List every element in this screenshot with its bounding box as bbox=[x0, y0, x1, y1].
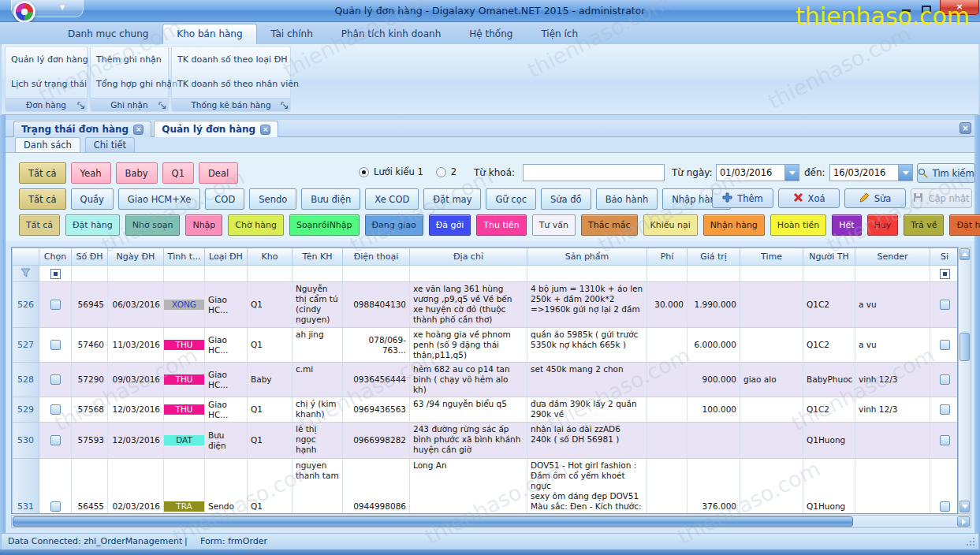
type-filter-button-10[interactable]: Bảo hành bbox=[596, 188, 658, 210]
cell-gia_tri[interactable]: 6.000.000 bbox=[687, 328, 740, 363]
action-button-3[interactable]: Cập nhật bbox=[911, 188, 972, 208]
cell-status[interactable]: THU bbox=[164, 363, 205, 397]
cell-ten_kh[interactable]: lê thị ngọc hạnh bbox=[293, 423, 343, 459]
cell-nguoi_th[interactable]: Q1C2 bbox=[803, 328, 855, 363]
filter-cell-ngay_dh[interactable] bbox=[108, 266, 164, 282]
column-header-kho[interactable]: Kho bbox=[248, 248, 293, 266]
column-header-tinh_trang[interactable]: Tình t... bbox=[164, 248, 205, 266]
tab-danh-sach[interactable]: Danh sách bbox=[15, 137, 80, 152]
group-launcher-icon[interactable] bbox=[77, 102, 85, 110]
type-filter-button-7[interactable]: Đặt may bbox=[423, 188, 481, 210]
row-indicator[interactable]: 530 bbox=[13, 423, 39, 459]
cell-kho[interactable]: Q1 bbox=[248, 328, 293, 363]
column-header-san_pham[interactable]: Sản phẩm bbox=[527, 248, 647, 266]
brand-filter-button-4[interactable]: Deal bbox=[199, 162, 238, 184]
filter-cell-nguoi_th[interactable] bbox=[803, 266, 855, 282]
cell-si[interactable] bbox=[930, 282, 959, 328]
cell-status[interactable]: TRA bbox=[164, 459, 205, 515]
cell-nguoi_th[interactable]: Q1Huong bbox=[803, 423, 855, 459]
column-header-chon[interactable]: Chọn bbox=[39, 248, 72, 266]
ribbon-item-lich-su-trang-thai[interactable]: Lịch sử trạng thái bbox=[6, 79, 87, 90]
tab-trang-thai-don-hang[interactable]: Trạng thái đơn hàng × bbox=[13, 121, 151, 137]
minimize-button[interactable] bbox=[902, 9, 911, 12]
cell-gia_tri[interactable]: 376.000 bbox=[687, 459, 740, 515]
scroll-right-icon[interactable] bbox=[957, 516, 970, 527]
cell-chon[interactable] bbox=[39, 363, 72, 397]
cell-san_pham[interactable]: 4 bộ jum = 1310k + áo len 250k + đầm 200… bbox=[527, 282, 647, 328]
type-filter-button-1[interactable]: Quầy bbox=[71, 188, 114, 210]
cell-dia_chi[interactable]: xe văn lang 361 hùng vương ,p9,q5 về Về … bbox=[410, 282, 527, 328]
column-header-time[interactable]: Time bbox=[740, 248, 803, 266]
cell-so_dh[interactable]: 57290 bbox=[72, 363, 108, 397]
column-header-ten_kh[interactable]: Tên KH bbox=[293, 248, 343, 266]
keyword-input[interactable] bbox=[523, 164, 665, 181]
filter-checkbox[interactable] bbox=[940, 269, 950, 279]
type-filter-button-5[interactable]: Bưu điện bbox=[301, 188, 360, 210]
cell-dia_chi[interactable]: Long An bbox=[410, 459, 527, 515]
brand-filter-button-0[interactable]: Tất cả bbox=[19, 162, 66, 184]
column-header-gia_tri[interactable]: Giá trị bbox=[687, 248, 740, 266]
cell-ngay_dh[interactable]: 09/03/2016 bbox=[108, 363, 164, 397]
cell-san_pham[interactable]: quần áo 5985k ( gứi trước 5350k nợ khách… bbox=[527, 328, 647, 363]
status-filter-button-6[interactable]: Đang giao bbox=[365, 214, 423, 236]
cell-chon[interactable] bbox=[39, 459, 72, 515]
cell-time[interactable]: giao alo bbox=[740, 363, 803, 397]
brand-filter-button-3[interactable]: Q1 bbox=[162, 162, 194, 184]
cell-so_dh[interactable]: 57568 bbox=[72, 397, 108, 423]
row-select-checkbox[interactable] bbox=[50, 300, 61, 310]
cell-dien_thoai[interactable]: 0966998282 bbox=[343, 423, 410, 459]
chevron-down-icon[interactable] bbox=[898, 165, 912, 181]
row-select-checkbox[interactable] bbox=[50, 374, 61, 385]
ribbon-item-them-ghi-nhan[interactable]: Thêm ghi nhận bbox=[91, 54, 168, 65]
cell-loai_dh[interactable]: Giao HC... bbox=[205, 282, 248, 328]
filter-cell-phi[interactable] bbox=[647, 266, 687, 282]
ribbon-tab-2[interactable]: Tài chính bbox=[257, 24, 327, 44]
ribbon-tab-0[interactable]: Danh mục chung bbox=[54, 24, 162, 44]
ribbon-item-tk-nhan-vien[interactable]: TK doanh số theo nhân viên bbox=[172, 79, 290, 90]
filter-cell-loai_dh[interactable] bbox=[205, 266, 248, 282]
status-filter-button-11[interactable]: Khiếu nại bbox=[643, 214, 698, 236]
cell-phi[interactable] bbox=[647, 363, 687, 397]
row-indicator[interactable]: 529 bbox=[13, 397, 39, 423]
chevron-down-icon[interactable] bbox=[784, 165, 799, 181]
row-indicator[interactable]: 526 bbox=[13, 282, 39, 328]
tab-close-icon[interactable]: × bbox=[260, 125, 270, 135]
cell-san_pham[interactable]: DOV51 - Hot girl fashion : Đầm ôm cổ yếm… bbox=[527, 459, 647, 515]
scroll-down-icon[interactable] bbox=[960, 501, 970, 512]
status-filter-button-16[interactable]: Trả về bbox=[904, 214, 944, 236]
filter-cell-time[interactable] bbox=[740, 266, 803, 282]
filter-cell-tinh_trang[interactable] bbox=[164, 266, 205, 282]
filter-cell-kho[interactable] bbox=[248, 266, 293, 282]
vertical-scroll-thumb[interactable] bbox=[960, 333, 970, 361]
filter-cell-san_pham[interactable] bbox=[527, 266, 647, 282]
cell-si[interactable] bbox=[930, 397, 959, 423]
filter-row-indicator[interactable] bbox=[13, 266, 39, 282]
ribbon-item-tong-hop-ghi-nhan[interactable]: Tổng hợp ghi nhận bbox=[91, 79, 168, 90]
cell-gia_tri[interactable]: 100.000 bbox=[687, 397, 740, 423]
cell-gia_tri[interactable]: 900.000 bbox=[687, 363, 740, 397]
brand-filter-button-2[interactable]: Baby bbox=[116, 162, 158, 184]
cell-ngay_dh[interactable]: 06/03/2016 bbox=[108, 282, 164, 328]
status-filter-button-9[interactable]: Tư vấn bbox=[532, 214, 576, 236]
row-si-checkbox[interactable] bbox=[940, 435, 950, 445]
cell-dien_thoai[interactable]: 0944998086 bbox=[343, 459, 410, 515]
type-filter-button-0[interactable]: Tất cả bbox=[19, 188, 66, 210]
column-header-so_dh[interactable]: Số ĐH bbox=[72, 248, 108, 266]
filter-cell-si[interactable] bbox=[930, 266, 959, 282]
scroll-up-icon[interactable] bbox=[960, 248, 970, 260]
row-select-checkbox[interactable] bbox=[50, 435, 61, 445]
action-button-0[interactable]: Thêm bbox=[712, 188, 773, 208]
cell-loai_dh[interactable]: Sendo bbox=[205, 459, 248, 515]
search-button[interactable]: Tìm kiếm bbox=[917, 163, 975, 183]
cell-chon[interactable] bbox=[39, 423, 72, 459]
cell-si[interactable] bbox=[930, 363, 959, 397]
cell-loai_dh[interactable]: Giao HC... bbox=[205, 328, 248, 363]
row-si-checkbox[interactable] bbox=[940, 404, 950, 415]
cell-phi[interactable]: 30.000 bbox=[647, 282, 687, 328]
filter-cell-so_dh[interactable] bbox=[72, 266, 108, 282]
cell-so_dh[interactable]: 56945 bbox=[72, 282, 108, 328]
cell-ten_kh[interactable]: nguyen thanh tam bbox=[293, 459, 343, 515]
cell-time[interactable] bbox=[740, 328, 803, 363]
status-filter-button-4[interactable]: Chờ hàng bbox=[228, 214, 284, 236]
row-indicator[interactable]: 531 bbox=[13, 459, 39, 515]
